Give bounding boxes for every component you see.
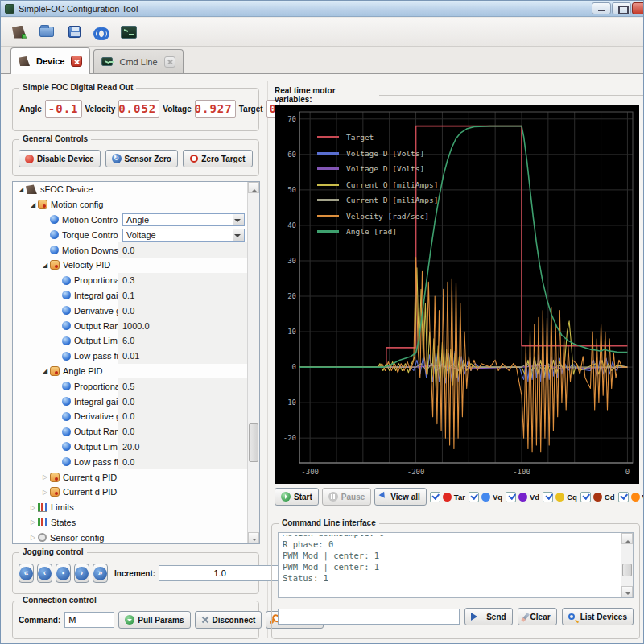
legend-line-swatch [317,230,339,233]
general-controls-group: General Controls Disable Device Sensor Z… [12,139,259,176]
cli-scrollbar[interactable] [621,533,633,597]
tree-scroll-thumb[interactable] [249,423,258,462]
start-button[interactable]: Start [275,488,319,506]
tree-row[interactable]: Output Limit6.0 [13,333,247,349]
tree-row[interactable]: Sensor config [13,530,247,544]
plot-title: Real time motor variables: [275,86,643,104]
titlebar: SimpleFOC Configuration Tool [1,1,643,17]
minimize-button[interactable] [592,2,611,14]
cli-scroll-up-icon[interactable] [621,533,633,544]
tree-row[interactable]: Angle PID [13,364,247,379]
tree-row[interactable]: States [13,515,247,530]
tree-item-label: Motion Control Type [62,215,118,225]
disconnect-button[interactable]: Disconnect [195,611,262,629]
tree-row[interactable]: Proportional gain0.3 [13,273,247,288]
tree-row[interactable]: Low pass filter0.0 [13,454,247,469]
jog-left-button[interactable]: ‹ [37,564,52,583]
save-button[interactable] [64,22,85,43]
tree-item-select-value: Voltage [126,230,156,240]
checkbox-cd[interactable] [580,492,591,502]
jog-fast-left-button[interactable]: « [19,564,34,583]
increment-label: Increment: [114,569,155,578]
tab-device[interactable]: Device [10,47,90,74]
cli-output[interactable]: Motion downsample: 0R phase: 0PWM Mod | … [278,532,634,598]
tree-item-value: 0.0 [122,246,134,255]
tree-row[interactable]: Integral gain0.1 [13,288,247,303]
tree-scroll-up-icon[interactable] [248,182,259,193]
tree-row[interactable]: Torque Control TypeVoltage [13,227,247,242]
command-input[interactable] [64,612,114,628]
tree-row[interactable]: Low pass filter0.01 [13,349,247,364]
tree-row[interactable]: Current q PID [13,469,247,485]
tree-row[interactable]: sFOC Device [13,182,247,197]
tree-row[interactable]: Velocity PID [13,258,247,273]
tree-item-value: 0.0 [122,427,134,436]
tree-expander-icon[interactable] [40,367,50,374]
checkbox-tar[interactable] [430,492,440,502]
tree-row[interactable]: Current d PID [13,485,247,500]
tree-expander-icon[interactable] [28,201,38,208]
checkbox-cq[interactable] [543,492,553,502]
tree-item-select[interactable]: Voltage [122,229,245,242]
tab-cmd-line[interactable]: Cmd Line [93,49,183,73]
tree-row[interactable]: Motion Control TypeAngle [13,213,247,228]
tree-row[interactable]: Proportional gain0.5 [13,378,247,394]
tree-row[interactable]: Output Ramp1000.0 [13,318,247,333]
series-color-dot [593,493,602,502]
tree-expander-icon[interactable] [28,504,38,511]
clear-button[interactable]: Clear [518,608,557,625]
cli-output-line: PWM Mod | center: 1 [283,550,618,561]
tree-row[interactable]: Limits [13,500,247,515]
cli-input[interactable] [278,609,460,625]
tree-scroll-down-icon[interactable] [248,532,259,543]
pull-params-button[interactable]: Pull Params [118,611,190,629]
pause-button[interactable]: Pause [322,488,371,506]
pid-node-icon [50,366,60,376]
disable-device-button[interactable]: Disable Device [19,150,101,167]
checkbox-vd[interactable] [506,492,516,502]
svg-text:0: 0 [292,363,296,371]
select-dropdown-icon[interactable] [233,229,244,241]
cli-scroll-thumb[interactable] [622,564,632,576]
save-icon [68,26,80,38]
series-toggle-vq: Vq [469,492,502,502]
velocity-label: Velocity [85,105,116,114]
increment-input[interactable] [159,565,281,581]
tree-item-select[interactable]: Angle [122,213,245,226]
terminal-button[interactable] [118,22,139,43]
connect-device-button[interactable] [9,22,30,43]
jog-right-button[interactable]: › [74,564,89,583]
checkbox-vq[interactable] [469,492,479,502]
send-button[interactable]: Send [464,608,512,625]
cli-scroll-down-icon[interactable] [621,586,633,597]
tree-row[interactable]: Derivative gain0.0 [13,303,247,318]
tree-expander-icon[interactable] [40,473,50,481]
close-button[interactable] [632,2,644,14]
select-dropdown-icon[interactable] [233,214,244,225]
list-devices-button[interactable]: List Devices [562,608,634,625]
view-all-button[interactable]: View all [374,488,427,506]
open-project-button[interactable] [36,22,57,43]
jog-stop-button[interactable]: ▪ [56,564,71,583]
tree-row[interactable]: Motion Downsample0.0 [13,242,247,258]
tree-row[interactable]: Output Limit20.0 [13,440,247,455]
tree-expander-icon[interactable] [28,534,38,541]
tree-expander-icon[interactable] [40,489,50,496]
tree-row[interactable]: Integral gain0.0 [13,394,247,409]
checkbox-vel[interactable] [618,492,629,502]
tree-row[interactable]: Output Ramp0.0 [13,424,247,440]
tab-device-close-icon[interactable] [71,56,82,67]
jog-left-icon: ‹ [38,567,52,580]
tree-expander-icon[interactable] [28,518,38,526]
tree-row[interactable]: Derivative gain0.0 [13,409,247,424]
zero-target-button[interactable]: Zero Target [183,150,253,167]
search-button[interactable] [91,22,112,43]
sensor-zero-button[interactable]: Sensor Zero [105,150,178,167]
tree-row[interactable]: Motion config [13,197,247,213]
tree-expander-icon[interactable] [16,186,26,193]
tab-cmd-line-close-icon[interactable] [164,56,175,68]
jog-fast-right-button[interactable]: » [93,564,108,583]
maximize-button[interactable] [612,2,631,14]
tree-scrollbar[interactable] [247,182,259,543]
tree-expander-icon[interactable] [40,262,50,269]
